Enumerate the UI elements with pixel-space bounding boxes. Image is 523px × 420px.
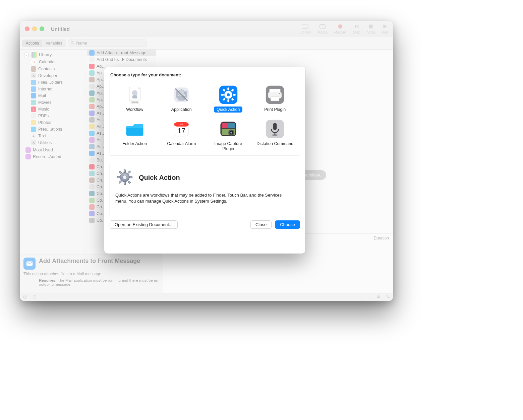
type-label: Application — [169, 107, 194, 113]
step-icon — [353, 23, 360, 29]
svg-point-9 — [71, 41, 73, 44]
type-label: Quick Action — [214, 107, 242, 113]
svg-point-13 — [24, 296, 24, 297]
sidebar-item-photos[interactable]: Photos — [21, 119, 86, 126]
svg-text:17: 17 — [177, 127, 185, 135]
svg-rect-57 — [228, 123, 235, 128]
type-image-capture-plugin[interactable]: Image Capture Plugin — [205, 117, 252, 152]
sheet-heading: Choose a type for your document: — [110, 72, 300, 77]
status-bar — [20, 293, 393, 301]
action-item[interactable]: Add Grid to…F Documents — [87, 56, 156, 63]
svg-line-10 — [73, 44, 74, 44]
status-variables-icon[interactable] — [32, 294, 37, 300]
library-button[interactable]: Library — [299, 23, 311, 34]
action-icon — [89, 171, 95, 176]
svg-point-45 — [227, 93, 230, 96]
status-flow-icon[interactable] — [386, 294, 390, 300]
svg-rect-32 — [176, 91, 178, 98]
smart-folder-icon — [25, 154, 31, 159]
type-workflow[interactable]: WFLOWWorkflow — [111, 83, 158, 113]
status-info-icon[interactable] — [23, 294, 27, 300]
type-label: Folder Action — [120, 141, 150, 147]
svg-rect-20 — [387, 295, 388, 296]
type-folder-action[interactable]: Folder Action — [111, 117, 158, 152]
music-icon: ♪ — [31, 107, 36, 112]
sidebar-item-presentations[interactable]: Pres…ations — [21, 126, 86, 133]
svg-rect-74 — [119, 181, 122, 184]
svg-rect-72 — [128, 181, 131, 184]
svg-point-14 — [25, 296, 25, 297]
record-button[interactable]: Record — [334, 23, 346, 34]
type-application-icon — [172, 85, 191, 104]
svg-rect-69 — [117, 177, 120, 178]
desc-text: Quick Actions are workflows that may be … — [115, 192, 294, 204]
sidebar-item-files-folders[interactable]: Files…olders — [21, 79, 86, 86]
status-list-icon[interactable] — [376, 294, 381, 300]
action-icon — [89, 204, 95, 210]
open-existing-button[interactable]: Open an Existing Document... — [110, 220, 178, 229]
detail-subtitle: This action attaches files to a Mail mes… — [23, 272, 159, 276]
run-button[interactable]: Run — [382, 23, 388, 34]
svg-point-75 — [123, 175, 127, 179]
action-item[interactable]: Add Attach…ront Message — [87, 50, 156, 56]
action-icon — [89, 211, 95, 216]
library-root[interactable]: ⌄ Library — [21, 52, 86, 58]
sidebar-item-movies[interactable]: Movies — [21, 99, 86, 106]
svg-rect-2 — [320, 25, 326, 28]
library-subbar: Actions Variables — [20, 37, 393, 50]
type-application[interactable]: Application — [158, 83, 205, 113]
movies-icon — [31, 100, 36, 105]
close-window-button[interactable] — [25, 26, 30, 31]
detail-title: Add Attachments to Front Message — [39, 258, 140, 265]
type-calendar-alarm[interactable]: JUL17Calendar Alarm — [158, 117, 205, 152]
action-icon — [89, 84, 95, 89]
segment-variables[interactable]: Variables — [42, 40, 65, 47]
library-icon — [32, 52, 37, 58]
action-icon — [89, 144, 95, 149]
search-field[interactable] — [68, 40, 147, 47]
svg-rect-38 — [227, 99, 229, 102]
svg-point-4 — [338, 24, 342, 29]
document-type-sheet: Choose a type for your document: WFLOWWo… — [104, 67, 305, 254]
svg-rect-56 — [222, 123, 228, 128]
log-header-duration: Duration — [374, 236, 389, 240]
action-icon — [89, 104, 95, 109]
action-icon — [89, 117, 95, 123]
media-button[interactable]: Media — [317, 23, 328, 34]
sidebar-item-most-used[interactable]: Most Used — [21, 147, 86, 153]
type-quick-action[interactable]: Quick Action — [205, 83, 252, 113]
type-quick-action-icon — [219, 85, 238, 104]
sidebar-item-pdfs[interactable]: PDFs — [21, 113, 86, 119]
segment-actions[interactable]: Actions — [22, 40, 42, 47]
sidebar-item-utilities[interactable]: ✕Utilities — [21, 139, 86, 146]
step-button[interactable]: Step — [353, 23, 361, 34]
svg-rect-73 — [128, 171, 131, 174]
svg-marker-5 — [355, 25, 357, 28]
type-grid-container: WFLOWWorkflowApplicationQuick ActionPrin… — [110, 81, 300, 155]
svg-rect-16 — [33, 295, 36, 298]
sidebar-item-recently-added[interactable]: Recen…Added — [21, 153, 86, 160]
smart-folder-icon — [25, 147, 31, 153]
zoom-window-button[interactable] — [40, 26, 44, 31]
type-dictation-command[interactable]: Dictation Command — [252, 117, 299, 152]
stop-button[interactable]: Stop — [367, 23, 375, 34]
library-segment: Actions Variables — [22, 40, 66, 47]
sidebar-item-text[interactable]: AText — [21, 133, 86, 139]
sidebar-item-calendar[interactable]: 17Calendar — [21, 58, 86, 66]
text-icon: A — [31, 133, 36, 139]
choose-button[interactable]: Choose — [275, 220, 300, 229]
search-input[interactable] — [76, 41, 137, 46]
sidebar-item-internet[interactable]: Internet — [21, 86, 86, 92]
type-print-plugin[interactable]: Print Plugin — [252, 83, 299, 113]
minimize-window-button[interactable] — [32, 26, 37, 31]
sidebar-item-developer[interactable]: ✕Developer — [21, 72, 86, 79]
sidebar-item-music[interactable]: ♪Music — [21, 106, 86, 113]
sidebar-item-mail[interactable]: Mail — [21, 92, 86, 99]
sidebar-item-contacts[interactable]: Contacts — [21, 66, 86, 72]
calendar-icon: 17 — [31, 59, 37, 65]
type-calendar-alarm-icon: JUL17 — [172, 119, 191, 139]
disclosure-icon[interactable]: ⌄ — [24, 53, 29, 57]
type-label: Print Plugin — [262, 107, 288, 113]
play-icon — [382, 23, 388, 29]
close-button[interactable]: Close — [250, 220, 272, 229]
